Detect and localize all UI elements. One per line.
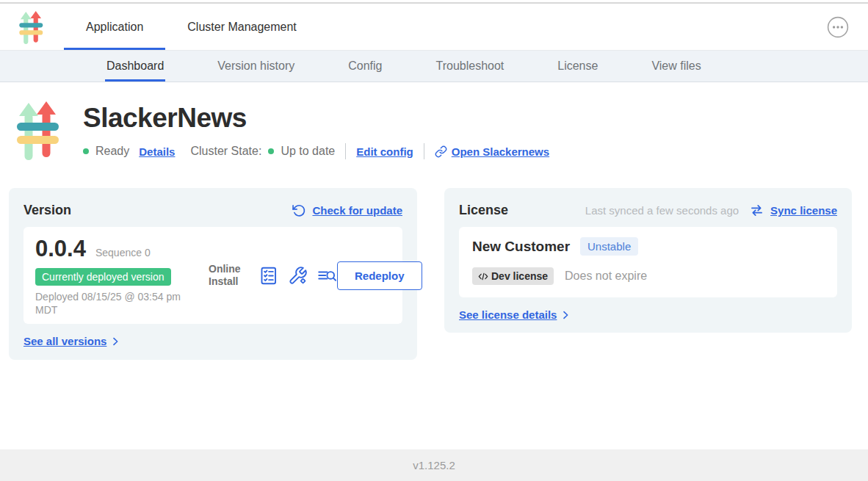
tab-license[interactable]: License bbox=[557, 51, 598, 82]
version-number: 0.0.4 bbox=[35, 236, 86, 262]
check-update-icon bbox=[292, 203, 306, 218]
cluster-state-value: Up to date bbox=[281, 145, 335, 158]
see-all-versions-link[interactable]: See all versions bbox=[23, 335, 121, 347]
cluster-state-label: Cluster State: bbox=[190, 145, 261, 158]
chevron-right-icon bbox=[560, 309, 571, 321]
customer-name: New Customer bbox=[472, 239, 570, 255]
top-nav: Application Cluster Management bbox=[0, 4, 868, 51]
license-card-title: License bbox=[459, 203, 508, 218]
app-status-dot-icon bbox=[83, 148, 89, 154]
overflow-menu-button[interactable] bbox=[827, 16, 849, 38]
edit-config-link[interactable]: Edit config bbox=[356, 145, 413, 158]
version-sequence: Sequence 0 bbox=[95, 247, 151, 258]
app-status-row: Ready Details Cluster State: Up to date … bbox=[83, 143, 549, 159]
tab-view-files[interactable]: View files bbox=[651, 51, 701, 82]
deployed-timestamp: Deployed 08/15/25 @ 03:54 pm MDT bbox=[35, 290, 204, 317]
open-app-link[interactable]: Open Slackernews bbox=[435, 145, 549, 158]
app-status-text: Ready bbox=[95, 145, 129, 158]
see-license-details-link[interactable]: See license details bbox=[459, 308, 571, 321]
tab-troubleshoot[interactable]: Troubleshoot bbox=[435, 51, 504, 82]
view-logs-icon[interactable] bbox=[317, 266, 337, 286]
license-type-badge: Dev license bbox=[472, 267, 554, 285]
console-version-text: v1.125.2 bbox=[413, 459, 455, 471]
version-card: Version Check for update 0.0.4 Sequence … bbox=[9, 188, 417, 360]
open-app-link-label: Open Slackernews bbox=[452, 145, 549, 158]
see-all-versions-label: See all versions bbox=[23, 335, 106, 347]
app-logo-large-icon bbox=[16, 101, 59, 162]
version-card-title: Version bbox=[23, 203, 71, 218]
channel-badge: Unstable bbox=[580, 237, 638, 256]
license-card: License Last synced a few seconds ago Sy… bbox=[444, 188, 852, 333]
divider bbox=[345, 143, 346, 159]
install-type-label: Online Install bbox=[209, 263, 248, 289]
license-type-badge-label: Dev license bbox=[491, 270, 548, 282]
page-title: SlackerNews bbox=[83, 103, 549, 134]
tab-version-history[interactable]: Version history bbox=[217, 51, 294, 82]
top-nav-tabs: Application Cluster Management bbox=[64, 4, 319, 50]
sync-license-link[interactable]: Sync license bbox=[770, 204, 837, 217]
app-hero: SlackerNews Ready Details Cluster State:… bbox=[0, 82, 868, 162]
license-panel: New Customer Unstable Dev license Does n… bbox=[459, 227, 837, 297]
app-logo-icon bbox=[16, 11, 46, 45]
see-license-details-label: See license details bbox=[459, 308, 557, 321]
preflight-checks-icon[interactable] bbox=[258, 266, 278, 286]
current-version-panel: 0.0.4 Sequence 0 Currently deployed vers… bbox=[23, 227, 402, 324]
code-brackets-icon bbox=[478, 272, 488, 281]
status-details-link[interactable]: Details bbox=[139, 145, 175, 158]
app-sub-nav: Dashboard Version history Config Trouble… bbox=[0, 51, 868, 82]
last-synced-text: Last synced a few seconds ago bbox=[585, 204, 739, 217]
chevron-right-icon bbox=[109, 336, 121, 347]
divider bbox=[424, 143, 424, 159]
license-expiry-text: Does not expire bbox=[565, 270, 647, 283]
cluster-state-dot-icon bbox=[268, 148, 274, 154]
chain-link-icon bbox=[435, 145, 447, 158]
config-wrench-icon[interactable] bbox=[288, 266, 308, 286]
footer: v1.125.2 bbox=[0, 449, 868, 481]
ellipsis-icon bbox=[827, 16, 849, 38]
tab-cluster-management[interactable]: Cluster Management bbox=[165, 4, 319, 50]
sync-arrows-icon bbox=[749, 203, 764, 218]
dashboard-cards: Version Check for update 0.0.4 Sequence … bbox=[9, 188, 852, 360]
tab-dashboard[interactable]: Dashboard bbox=[106, 51, 164, 82]
check-for-update-link[interactable]: Check for update bbox=[312, 204, 402, 217]
tab-application[interactable]: Application bbox=[64, 4, 165, 50]
redeploy-button[interactable]: Redeploy bbox=[337, 261, 422, 290]
tab-config[interactable]: Config bbox=[348, 51, 382, 82]
deployed-badge: Currently deployed version bbox=[35, 268, 171, 286]
